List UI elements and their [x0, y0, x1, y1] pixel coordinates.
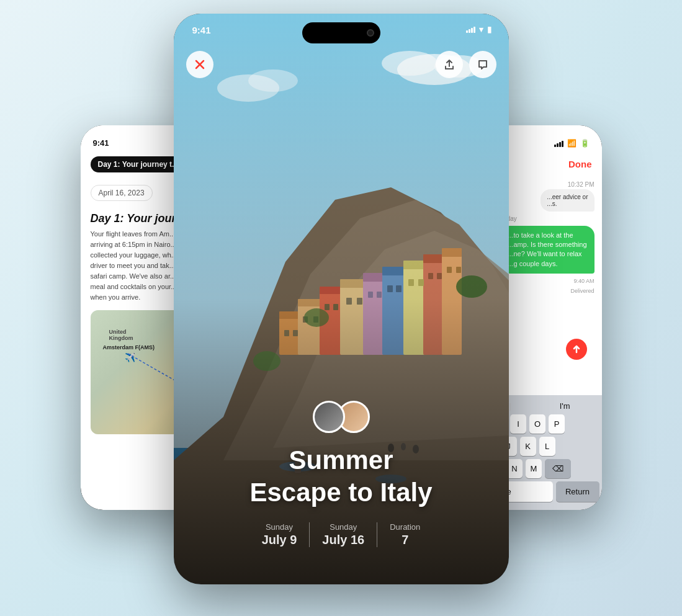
close-button[interactable] [186, 51, 213, 78]
right-wifi-icon: 📶 [567, 139, 577, 148]
date-badge: April 16, 2023 [91, 185, 153, 201]
left-time: 9:41 [93, 138, 109, 148]
key-M[interactable]: M [526, 459, 542, 478]
center-battery-icon: ▮ [487, 25, 491, 34]
right-action-buttons [436, 51, 496, 78]
right-status-icons: 📶 🔋 [554, 139, 590, 148]
date2-label: Sunday [322, 522, 364, 532]
key-P[interactable]: P [549, 414, 565, 434]
date-col-2: Sunday July 16 [310, 522, 377, 547]
tab-day1[interactable]: Day 1: Your journey t... [91, 156, 186, 172]
date1-label: Sunday [262, 522, 297, 532]
center-status-icons: ▾ ▮ [466, 25, 491, 34]
center-signal-icon [466, 25, 475, 33]
avatar-1 [313, 401, 345, 433]
center-time: 9:41 [192, 25, 211, 35]
key-K[interactable]: K [520, 437, 536, 456]
share-icon [444, 59, 455, 70]
center-phone: 9:41 ▾ ▮ [174, 14, 509, 584]
send-arrow-icon [572, 344, 581, 354]
key-L[interactable]: L [539, 437, 555, 456]
close-x-icon [195, 60, 205, 69]
center-phone-screen: 9:41 ▾ ▮ [174, 14, 509, 584]
share-button[interactable] [436, 51, 463, 78]
date-col-3: Duration 7 [377, 522, 433, 547]
key-I[interactable]: I [510, 414, 526, 434]
center-top-buttons [186, 51, 496, 78]
key-return[interactable]: Return [556, 481, 599, 502]
right-signal-icon [554, 140, 563, 147]
trip-title-line1: Summer [192, 445, 490, 475]
trip-title-line2: Escape to Italy [192, 478, 490, 507]
key-N[interactable]: N [506, 459, 523, 478]
suggestion-divider: | [509, 401, 511, 411]
suggestion-im[interactable]: I'm [560, 401, 570, 411]
date3-label: Duration [390, 522, 420, 532]
received-bubble: ...eer advice or...s. [541, 189, 594, 212]
chat-button[interactable] [469, 51, 496, 78]
send-button[interactable] [566, 339, 587, 360]
date2-value: July 16 [322, 533, 364, 547]
center-bottom-content: Summer Escape to Italy Sunday July 9 Sun… [174, 401, 509, 584]
center-wifi-icon: ▾ [479, 25, 483, 34]
right-battery-icon: 🔋 [580, 139, 590, 148]
key-O[interactable]: O [529, 414, 545, 434]
date-col-1: Sunday July 9 [249, 522, 310, 547]
trip-dates: Sunday July 9 Sunday July 16 Duration 7 [192, 522, 490, 547]
key-delete[interactable]: ⌫ [545, 459, 571, 478]
sent-bubble: ...to take a look at the...amp. Is there… [500, 226, 594, 274]
center-status-bar: 9:41 ▾ ▮ [174, 14, 509, 45]
done-button[interactable]: Done [568, 159, 592, 169]
date1-value: July 9 [262, 533, 297, 547]
italy-scene: 9:41 ▾ ▮ [174, 14, 509, 584]
date3-value: 7 [390, 533, 420, 547]
avatars-row [192, 401, 490, 433]
phones-container: 9:41 ▾ ▮ ✕ Full st... [62, 14, 621, 603]
chat-icon [477, 59, 488, 70]
